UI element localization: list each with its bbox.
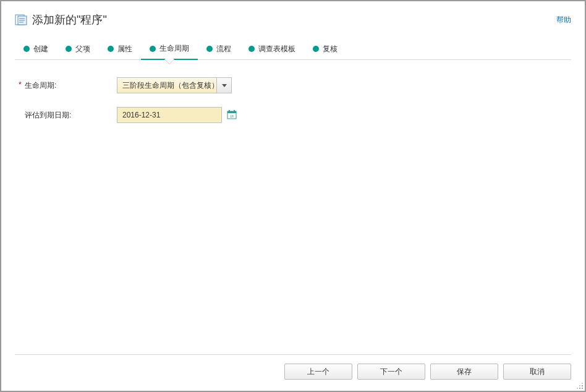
tab-dot-icon	[150, 46, 156, 52]
cancel-button[interactable]: 取消	[503, 364, 571, 380]
due-date-label: 评估到期日期:	[15, 110, 117, 121]
calendar-icon[interactable]: 18	[227, 109, 237, 121]
tab-label: 复核	[323, 44, 338, 54]
tab-label: 创建	[33, 44, 48, 54]
tab-label: 流程	[216, 44, 231, 54]
svg-point-11	[582, 385, 583, 386]
form-area: 生命周期: 三阶段生命周期（包含复核） 评估到期日期: 2016-12-31 1	[15, 60, 571, 354]
save-button[interactable]: 保存	[430, 364, 498, 380]
dialog-footer: 上一个 下一个 保存 取消	[15, 354, 571, 391]
tab-label: 生命周期	[159, 43, 189, 54]
title-wrap: 添加新的"程序"	[15, 12, 107, 27]
lifecycle-label: 生命周期:	[15, 80, 117, 91]
svg-point-13	[582, 383, 583, 384]
program-icon	[15, 14, 27, 26]
tab-dot-icon	[248, 46, 255, 52]
lifecycle-dropdown[interactable]: 三阶段生命周期（包含复核）	[117, 77, 232, 93]
next-button[interactable]: 下一个	[357, 364, 425, 380]
tab-review[interactable]: 复核	[304, 39, 346, 59]
tab-dot-icon	[206, 46, 213, 52]
tab-create[interactable]: 创建	[15, 39, 57, 59]
dialog-container: 添加新的"程序" 帮助 创建 父项 属性 生命周期 流程 调查表模板	[1, 1, 585, 391]
tab-dot-icon	[66, 46, 72, 52]
tab-label: 调查表模板	[258, 44, 295, 54]
tab-process[interactable]: 流程	[198, 39, 240, 59]
svg-point-14	[579, 385, 580, 386]
dialog-title: 添加新的"程序"	[32, 12, 107, 27]
dialog-header: 添加新的"程序" 帮助	[15, 12, 571, 27]
svg-point-10	[582, 388, 583, 389]
svg-point-15	[577, 388, 578, 389]
tab-survey-template[interactable]: 调查表模板	[240, 39, 304, 59]
dropdown-toggle[interactable]	[216, 78, 231, 93]
tab-dot-icon	[313, 46, 319, 52]
chevron-down-icon	[222, 84, 227, 87]
due-date-input[interactable]: 2016-12-31	[117, 107, 222, 123]
row-due-date: 评估到期日期: 2016-12-31 18	[15, 107, 571, 123]
resize-grip-icon[interactable]	[576, 382, 584, 390]
help-link[interactable]: 帮助	[556, 15, 571, 25]
svg-point-12	[579, 388, 580, 389]
svg-rect-7	[229, 110, 230, 112]
prev-button[interactable]: 上一个	[284, 364, 352, 380]
svg-text:18: 18	[230, 114, 234, 117]
tab-dot-icon	[108, 46, 114, 52]
lifecycle-value: 三阶段生命周期（包含复核）	[117, 80, 216, 91]
tab-attributes[interactable]: 属性	[99, 39, 141, 59]
tab-parent[interactable]: 父项	[57, 39, 99, 59]
tab-label: 属性	[117, 44, 132, 54]
tab-dot-icon	[23, 46, 30, 52]
tab-bar: 创建 父项 属性 生命周期 流程 调查表模板 复核	[15, 38, 571, 60]
row-lifecycle: 生命周期: 三阶段生命周期（包含复核）	[15, 77, 571, 93]
due-date-value: 2016-12-31	[122, 111, 160, 119]
tab-label: 父项	[75, 44, 90, 54]
svg-rect-8	[234, 110, 235, 112]
tab-lifecycle[interactable]: 生命周期	[141, 38, 198, 60]
